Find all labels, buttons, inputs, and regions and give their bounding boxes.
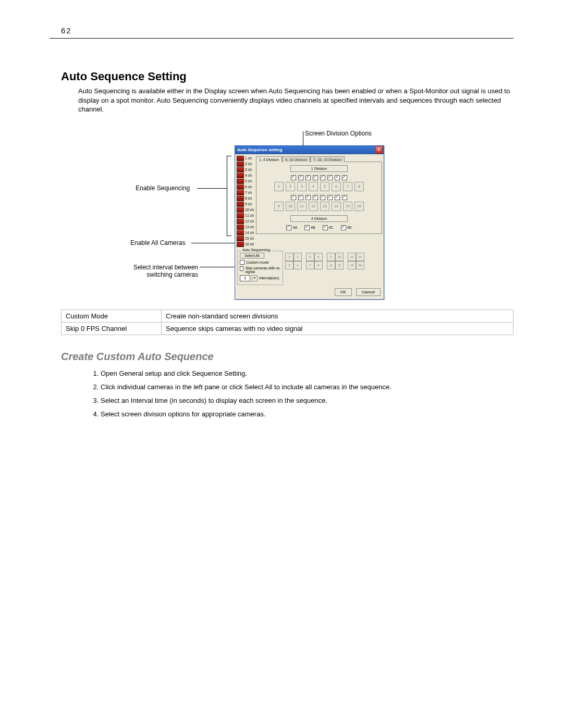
- ch-row-2-checks: [260, 195, 378, 200]
- select-all-button[interactable]: Select All: [240, 253, 264, 258]
- channel-toggle[interactable]: 4 ch: [237, 173, 254, 178]
- callout-screen-division: Screen Division Options: [305, 130, 372, 137]
- channel-number-button[interactable]: 6: [332, 182, 341, 191]
- channel-toggle[interactable]: 1 ch: [237, 156, 254, 161]
- channel-button-icon: [237, 236, 244, 241]
- channel-label: 12 ch: [245, 219, 254, 223]
- interval-row: 3 ▾ Interval(sec): [240, 275, 280, 281]
- channel-number-button[interactable]: 12: [309, 202, 318, 211]
- channel-toggle[interactable]: 12 ch: [237, 219, 254, 224]
- channel-checkbox[interactable]: [291, 175, 296, 180]
- channel-toggle[interactable]: 10 ch: [237, 207, 254, 213]
- steps-list: Open General setup and click Sequence Se…: [86, 367, 513, 422]
- channel-number-button[interactable]: 15: [343, 202, 352, 211]
- tab-7-10-13-division[interactable]: 7, 10, 13 Division: [310, 156, 345, 162]
- interval-input[interactable]: 3: [240, 275, 250, 281]
- channel-checkbox[interactable]: [335, 175, 340, 180]
- dropdown-icon[interactable]: ▾: [252, 275, 258, 281]
- channel-number-button[interactable]: 8: [354, 182, 364, 191]
- close-icon[interactable]: ×: [375, 146, 383, 154]
- channel-checkbox[interactable]: [320, 195, 325, 200]
- channel-label: 10 ch: [245, 208, 254, 212]
- channel-list: 1 ch2 ch3 ch4 ch5 ch6 ch7 ch8 ch9 ch10 c…: [237, 156, 254, 247]
- channel-label: 16 ch: [245, 242, 254, 246]
- channel-button-icon: [237, 225, 244, 230]
- channel-button-icon: [237, 196, 244, 201]
- checkbox-icon: [240, 260, 244, 265]
- subsection-title: Create Custom Auto Sequence: [61, 351, 513, 363]
- channel-checkbox[interactable]: [305, 195, 311, 200]
- channel-number-button[interactable]: 11: [297, 202, 307, 211]
- channel-number-button[interactable]: 13: [320, 202, 329, 211]
- channel-checkbox[interactable]: [327, 195, 333, 200]
- channel-toggle[interactable]: 2 ch: [237, 162, 254, 167]
- channel-toggle[interactable]: 15 ch: [237, 236, 254, 241]
- channel-number-button[interactable]: 3: [297, 182, 307, 191]
- channel-number-button[interactable]: 9: [274, 202, 284, 211]
- table-row: Custom Mode Create non-standard screen d…: [62, 310, 513, 322]
- quad-preview-row: 12345678910111213141516: [285, 253, 364, 269]
- list-item: Open General setup and click Sequence Se…: [101, 367, 513, 380]
- channel-toggle[interactable]: 3 ch: [237, 167, 254, 172]
- channel-checkbox[interactable]: [342, 175, 347, 180]
- quad-preview[interactable]: 5678: [306, 253, 323, 269]
- quad-checkbox[interactable]: [341, 225, 346, 230]
- channel-toggle[interactable]: 5 ch: [237, 179, 254, 184]
- channel-toggle[interactable]: 13 ch: [237, 225, 254, 230]
- quad-checkbox[interactable]: [304, 225, 310, 230]
- channel-toggle[interactable]: 8 ch: [237, 196, 254, 201]
- channel-checkbox[interactable]: [291, 195, 296, 200]
- quad-label: 4C: [329, 226, 334, 229]
- table-row: Skip 0 FPS Channel Sequence skips camera…: [62, 322, 513, 335]
- auto-sequencing-legend: Auto Sequencing: [241, 248, 272, 252]
- channel-number-button[interactable]: 5: [320, 182, 329, 191]
- channel-toggle[interactable]: 7 ch: [237, 190, 254, 195]
- channel-button-icon: [237, 184, 244, 190]
- channel-checkbox[interactable]: [335, 195, 340, 200]
- quad-preview[interactable]: 1234: [285, 253, 302, 269]
- channel-toggle[interactable]: 6 ch: [237, 184, 254, 190]
- section-title: Auto Sequence Setting: [61, 70, 513, 83]
- options-table: Custom Mode Create non-standard screen d…: [61, 310, 513, 335]
- ch-row-2-buttons: 910111213141516: [260, 202, 378, 211]
- tab-9-16-division[interactable]: 9, 16 Division: [282, 156, 310, 162]
- list-item: Select an Interval time (in seconds) to …: [101, 394, 513, 408]
- channel-checkbox[interactable]: [313, 175, 318, 180]
- channel-checkbox[interactable]: [342, 195, 347, 200]
- channel-toggle[interactable]: 9 ch: [237, 202, 254, 207]
- channel-toggle[interactable]: 16 ch: [237, 242, 254, 247]
- channel-checkbox[interactable]: [305, 175, 311, 180]
- channel-number-button[interactable]: 7: [343, 182, 352, 191]
- header-rule: [50, 38, 513, 39]
- quad-label: 4A: [292, 226, 297, 229]
- quad-checkbox[interactable]: [323, 225, 328, 230]
- channel-checkbox[interactable]: [298, 175, 303, 180]
- channel-number-button[interactable]: 14: [332, 202, 341, 211]
- quad-preview[interactable]: 9101112: [327, 253, 344, 269]
- channel-checkbox[interactable]: [298, 195, 303, 200]
- channel-number-button[interactable]: 1: [274, 182, 284, 191]
- tab-1-4-division[interactable]: 1, 4 Division: [256, 156, 282, 162]
- channel-label: 7 ch: [245, 191, 252, 194]
- custom-mode-checkbox[interactable]: Custom mode: [240, 260, 280, 265]
- channel-number-button[interactable]: 2: [286, 182, 295, 191]
- quad-checkbox[interactable]: [286, 225, 291, 230]
- quad-preview[interactable]: 13141516: [348, 253, 364, 269]
- channel-label: 6 ch: [245, 185, 252, 189]
- skip-no-signal-checkbox[interactable]: Skip cameras with no signal: [240, 266, 280, 274]
- channel-number-button[interactable]: 4: [309, 182, 318, 191]
- option-name: Custom Mode: [62, 310, 162, 322]
- channel-checkbox[interactable]: [320, 175, 325, 180]
- channel-button-icon: [237, 167, 244, 172]
- channel-number-button[interactable]: 16: [354, 202, 364, 211]
- channel-checkbox[interactable]: [313, 195, 318, 200]
- ok-button[interactable]: OK: [335, 288, 352, 296]
- channel-checkbox[interactable]: [327, 175, 333, 180]
- channel-button-icon: [237, 207, 244, 213]
- cancel-button[interactable]: Cancel: [356, 288, 381, 296]
- channel-toggle[interactable]: 11 ch: [237, 213, 254, 218]
- callout-enable-sequencing: Enable Sequencing: [136, 184, 190, 192]
- channel-toggle[interactable]: 14 ch: [237, 230, 254, 236]
- channel-number-button[interactable]: 10: [286, 202, 295, 211]
- option-desc: Create non-standard screen divisions: [162, 310, 513, 322]
